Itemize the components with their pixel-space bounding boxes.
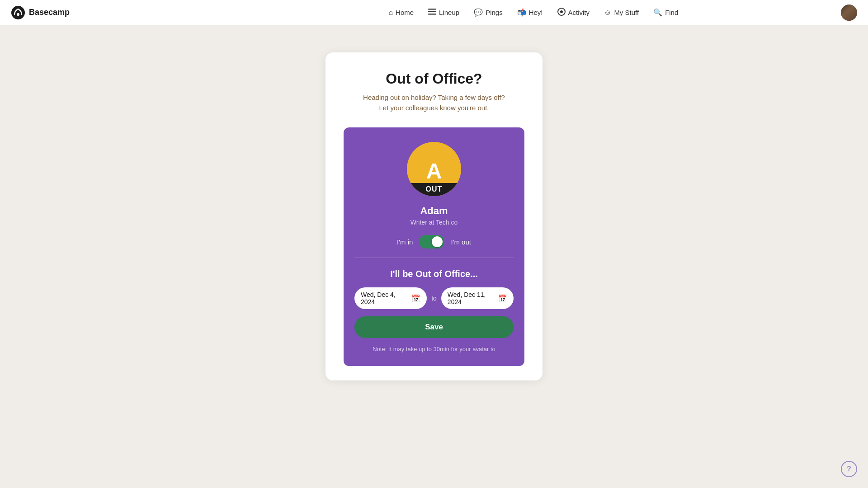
- svg-rect-4: [428, 14, 436, 15]
- card-subtitle-line1: Heading out on holiday? Taking a few day…: [363, 94, 505, 101]
- nav-mystuff-label: My Stuff: [614, 9, 639, 16]
- note-text: Note: It may take up to 30min for your a…: [373, 345, 495, 353]
- ooo-title: I'll be Out of Office...: [390, 269, 478, 279]
- end-date-input[interactable]: Wed, Dec 11, 2024 📅: [441, 287, 514, 309]
- svg-point-0: [11, 6, 25, 19]
- start-date-value: Wed, Dec 4, 2024: [361, 291, 408, 305]
- top-nav: Basecamp ⌂ Home Lineup 💬 Pings 📬 Hey!: [0, 0, 868, 25]
- logo-text: Basecamp: [29, 8, 70, 17]
- nav-lineup[interactable]: Lineup: [422, 6, 466, 19]
- nav-home-label: Home: [396, 9, 414, 16]
- card-title: Out of Office?: [344, 70, 524, 87]
- toggle-out-label: I'm out: [451, 238, 471, 246]
- avatar-out-badge: OUT: [407, 183, 461, 196]
- avatar: A OUT: [407, 142, 461, 196]
- pings-icon: 💬: [474, 8, 483, 17]
- lineup-icon: [428, 9, 436, 17]
- activity-icon: [557, 8, 566, 18]
- avatar-initial: A: [426, 160, 442, 182]
- start-date-calendar-icon: 📅: [411, 294, 420, 303]
- avatar-container: A OUT: [407, 142, 461, 196]
- card-header: Out of Office? Heading out on holiday? T…: [344, 70, 524, 113]
- nav-hey[interactable]: 📬 Hey!: [511, 5, 549, 19]
- main-content: Out of Office? Heading out on holiday? T…: [0, 25, 868, 380]
- nav-find[interactable]: 🔍 Find: [647, 5, 684, 19]
- logo[interactable]: Basecamp: [11, 5, 70, 20]
- section-divider: [354, 258, 514, 258]
- purple-section: A OUT Adam Writer at Tech.co I'm in I'm …: [344, 127, 524, 366]
- nav-activity-label: Activity: [568, 9, 590, 16]
- nav-pings-label: Pings: [486, 9, 503, 16]
- date-row: Wed, Dec 4, 2024 📅 to Wed, Dec 11, 2024 …: [354, 287, 514, 309]
- end-date-calendar-icon: 📅: [498, 294, 507, 303]
- user-name: Adam: [420, 205, 448, 217]
- end-date-value: Wed, Dec 11, 2024: [448, 291, 495, 305]
- nav-links: ⌂ Home Lineup 💬 Pings 📬 Hey!: [382, 5, 684, 20]
- nav-home[interactable]: ⌂ Home: [382, 6, 420, 19]
- svg-rect-2: [428, 9, 436, 10]
- svg-point-6: [560, 10, 563, 13]
- svg-point-1: [17, 13, 19, 16]
- hey-icon: 📬: [517, 8, 526, 17]
- card-subtitle: Heading out on holiday? Taking a few day…: [344, 93, 524, 113]
- mystuff-icon: ☺: [604, 9, 611, 17]
- to-label: to: [431, 295, 437, 302]
- nav-pings[interactable]: 💬 Pings: [467, 5, 509, 19]
- nav-lineup-label: Lineup: [439, 9, 459, 16]
- card-subtitle-line2: Let your colleagues know you're out.: [379, 104, 489, 112]
- save-button[interactable]: Save: [354, 316, 514, 338]
- nav-find-label: Find: [665, 9, 678, 16]
- nav-hey-label: Hey!: [529, 9, 543, 16]
- status-toggle[interactable]: [419, 235, 444, 249]
- help-button[interactable]: ?: [841, 461, 857, 477]
- toggle-row: I'm in I'm out: [397, 235, 471, 249]
- home-icon: ⌂: [388, 9, 393, 17]
- toggle-slider: [419, 235, 444, 249]
- nav-activity[interactable]: Activity: [551, 5, 596, 20]
- find-icon: 🔍: [653, 8, 662, 17]
- start-date-input[interactable]: Wed, Dec 4, 2024 📅: [354, 287, 427, 309]
- svg-rect-3: [428, 11, 436, 12]
- nav-mystuff[interactable]: ☺ My Stuff: [598, 6, 645, 19]
- user-role: Writer at Tech.co: [410, 219, 458, 226]
- toggle-in-label: I'm in: [397, 238, 413, 246]
- ooo-card: Out of Office? Heading out on holiday? T…: [326, 52, 542, 380]
- user-avatar[interactable]: [841, 5, 857, 21]
